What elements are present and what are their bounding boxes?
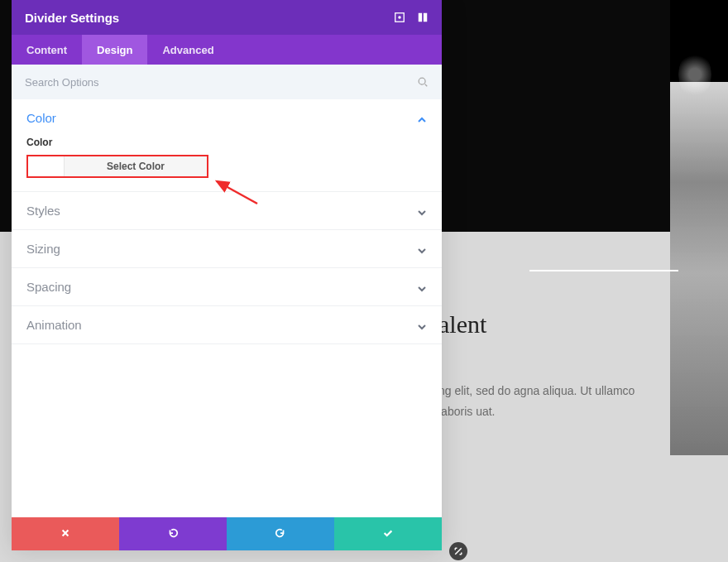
svg-rect-3: [424, 13, 427, 22]
section-spacing-header[interactable]: Spacing: [12, 268, 442, 305]
section-styles-title: Styles: [26, 204, 60, 218]
chevron-down-icon: [417, 282, 427, 292]
section-styles: Styles: [12, 192, 442, 230]
section-spacing-title: Spacing: [26, 280, 71, 294]
chevron-down-icon: [417, 320, 427, 330]
settings-panel: Divider Settings Content Design Advanced: [12, 0, 442, 550]
cancel-button[interactable]: [12, 517, 119, 550]
chevron-down-icon: [417, 206, 427, 216]
redo-icon: [275, 527, 286, 541]
section-sizing-title: Sizing: [26, 242, 60, 256]
section-spacing: Spacing: [12, 268, 442, 306]
section-animation: Animation: [12, 306, 442, 344]
fullscreen-icon[interactable]: [394, 12, 405, 23]
redo-button[interactable]: [227, 517, 334, 550]
page-side-image: [670, 0, 728, 455]
search-bar: [12, 65, 442, 99]
section-sizing-header[interactable]: Sizing: [12, 230, 442, 267]
chevron-down-icon: [417, 244, 427, 254]
section-color-header[interactable]: Color: [12, 99, 442, 137]
color-field-label: Color: [26, 137, 427, 148]
section-color-title: Color: [26, 111, 56, 125]
color-picker[interactable]: Select Color: [26, 155, 208, 178]
panel-title: Divider Settings: [25, 11, 119, 25]
chevron-up-icon: [417, 113, 427, 123]
search-icon[interactable]: [417, 76, 429, 88]
svg-point-1: [398, 16, 401, 19]
section-color: Color Color Select Color: [12, 99, 442, 192]
search-input[interactable]: [25, 76, 417, 89]
panel-body: Color Color Select Color Styles: [12, 99, 442, 517]
section-styles-header[interactable]: Styles: [12, 192, 442, 229]
svg-point-4: [419, 78, 425, 84]
section-animation-header[interactable]: Animation: [12, 306, 442, 343]
tab-advanced[interactable]: Advanced: [147, 35, 228, 65]
color-swatch[interactable]: [28, 156, 65, 176]
section-sizing: Sizing: [12, 230, 442, 268]
close-icon: [60, 527, 70, 540]
color-select-label: Select Color: [65, 156, 207, 176]
panel-header: Divider Settings: [12, 0, 442, 35]
panel-footer: [12, 517, 442, 550]
section-animation-title: Animation: [26, 318, 82, 332]
tab-design[interactable]: Design: [82, 35, 147, 65]
header-actions: [394, 12, 429, 23]
page-body-text: ng elit, sed do agna aliqua. Ut ullamco …: [438, 381, 662, 422]
tab-content[interactable]: Content: [12, 35, 82, 65]
svg-rect-2: [419, 13, 422, 22]
section-color-content: Color Select Color: [12, 137, 442, 191]
undo-button[interactable]: [119, 517, 227, 550]
undo-icon: [167, 527, 179, 541]
tab-bar: Content Design Advanced: [12, 35, 442, 65]
snap-icon[interactable]: [417, 12, 429, 23]
save-button[interactable]: [334, 517, 442, 550]
page-heading: alent: [438, 310, 486, 339]
expand-handle-icon[interactable]: [449, 542, 467, 560]
check-icon: [382, 527, 394, 541]
page-divider-module[interactable]: [529, 270, 678, 271]
